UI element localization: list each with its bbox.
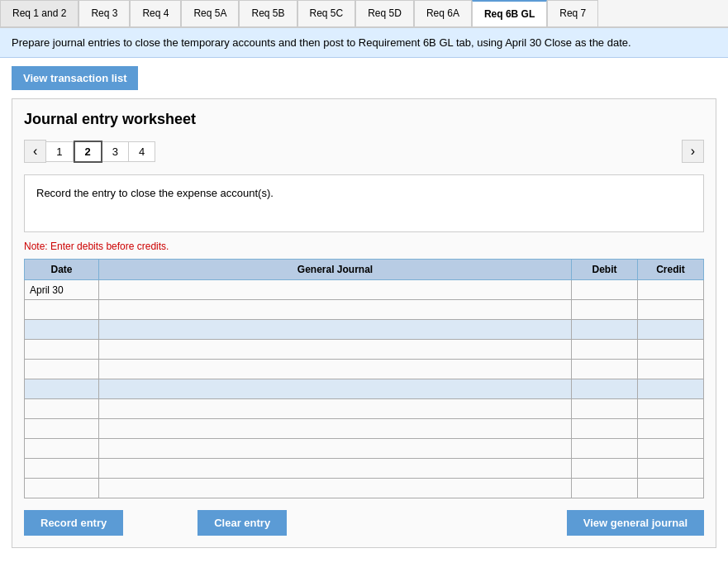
credit-input[interactable] (638, 479, 703, 498)
bottom-buttons: Record entry Clear entry View general jo… (24, 510, 704, 536)
debit-cell[interactable] (572, 300, 638, 320)
debit-cell[interactable] (572, 360, 638, 379)
credit-cell[interactable] (638, 479, 704, 498)
general-journal-input[interactable] (99, 439, 571, 458)
general-journal-input[interactable] (99, 340, 571, 359)
debit-cell[interactable] (572, 320, 638, 340)
general-journal-cell[interactable] (99, 439, 572, 459)
next-page-arrow[interactable]: › (682, 140, 704, 163)
table-row (25, 439, 704, 459)
tab-req1and2[interactable]: Req 1 and 2 (0, 0, 79, 26)
page-4[interactable]: 4 (129, 141, 155, 162)
general-journal-input[interactable] (99, 459, 571, 478)
credit-input[interactable] (638, 459, 703, 478)
debit-cell[interactable] (572, 399, 638, 419)
credit-input[interactable] (638, 379, 703, 398)
table-row: April 30 (25, 280, 704, 300)
tab-req5a[interactable]: Req 5A (181, 0, 239, 26)
date-cell (25, 479, 99, 498)
table-row (25, 419, 704, 439)
debit-input[interactable] (572, 439, 637, 458)
table-row (25, 459, 704, 479)
prev-page-arrow[interactable]: ‹ (24, 140, 46, 163)
credit-cell[interactable] (638, 419, 704, 439)
credit-input[interactable] (638, 280, 703, 299)
credit-cell[interactable] (638, 280, 704, 300)
debit-input[interactable] (572, 360, 637, 379)
table-row (25, 399, 704, 419)
general-journal-input[interactable] (99, 399, 571, 418)
general-journal-cell[interactable] (99, 459, 572, 479)
table-row (25, 479, 704, 498)
credit-cell[interactable] (638, 399, 704, 419)
debit-input[interactable] (572, 479, 637, 498)
tab-req5b[interactable]: Req 5B (239, 0, 297, 26)
general-journal-cell[interactable] (99, 320, 572, 340)
credit-cell[interactable] (638, 320, 704, 340)
view-general-journal-button[interactable]: View general journal (567, 510, 704, 536)
general-journal-input[interactable] (99, 360, 571, 379)
debit-cell[interactable] (572, 479, 638, 498)
credit-input[interactable] (638, 320, 703, 339)
debit-input[interactable] (572, 459, 637, 478)
general-journal-cell[interactable] (99, 300, 572, 320)
general-journal-input[interactable] (99, 300, 571, 319)
page-3[interactable]: 3 (102, 141, 129, 162)
credit-cell[interactable] (638, 300, 704, 320)
credit-input[interactable] (638, 399, 703, 418)
header-date: Date (25, 260, 99, 280)
general-journal-input[interactable] (99, 280, 571, 299)
view-transaction-button[interactable]: View transaction list (12, 66, 138, 90)
tab-req3[interactable]: Req 3 (79, 0, 130, 26)
record-entry-button[interactable]: Record entry (24, 510, 123, 536)
general-journal-cell[interactable] (99, 280, 572, 300)
tab-req6b-gl[interactable]: Req 6B GL (472, 0, 547, 26)
debit-input[interactable] (572, 379, 637, 398)
table-row (25, 360, 704, 379)
tab-req7[interactable]: Req 7 (547, 0, 598, 26)
tab-req4[interactable]: Req 4 (130, 0, 181, 26)
credit-input[interactable] (638, 419, 703, 438)
general-journal-cell[interactable] (99, 419, 572, 439)
credit-cell[interactable] (638, 459, 704, 479)
page-1[interactable]: 1 (46, 141, 73, 162)
debit-input[interactable] (572, 320, 637, 339)
general-journal-cell[interactable] (99, 479, 572, 498)
credit-input[interactable] (638, 439, 703, 458)
page-2[interactable]: 2 (74, 141, 102, 163)
tab-req5c[interactable]: Req 5C (297, 0, 356, 26)
date-cell: April 30 (25, 280, 99, 300)
credit-cell[interactable] (638, 340, 704, 360)
credit-input[interactable] (638, 300, 703, 319)
debit-cell[interactable] (572, 280, 638, 300)
credit-input[interactable] (638, 340, 703, 359)
credit-input[interactable] (638, 360, 703, 379)
credit-cell[interactable] (638, 360, 704, 379)
general-journal-cell[interactable] (99, 399, 572, 419)
debit-cell[interactable] (572, 459, 638, 479)
date-cell (25, 340, 99, 360)
clear-entry-button[interactable]: Clear entry (197, 510, 287, 536)
credit-cell[interactable] (638, 379, 704, 399)
debit-input[interactable] (572, 340, 637, 359)
general-journal-input[interactable] (99, 479, 571, 498)
general-journal-input[interactable] (99, 320, 571, 339)
general-journal-cell[interactable] (99, 360, 572, 379)
date-cell (25, 399, 99, 419)
general-journal-cell[interactable] (99, 340, 572, 360)
debit-cell[interactable] (572, 379, 638, 399)
debit-cell[interactable] (572, 439, 638, 459)
general-journal-cell[interactable] (99, 379, 572, 399)
debit-input[interactable] (572, 280, 637, 299)
tab-req5d[interactable]: Req 5D (355, 0, 414, 26)
debit-input[interactable] (572, 419, 637, 438)
debit-input[interactable] (572, 300, 637, 319)
credit-cell[interactable] (638, 439, 704, 459)
general-journal-input[interactable] (99, 379, 571, 398)
debit-cell[interactable] (572, 340, 638, 360)
date-cell (25, 379, 99, 399)
debit-input[interactable] (572, 399, 637, 418)
tab-req6a[interactable]: Req 6A (414, 0, 472, 26)
general-journal-input[interactable] (99, 419, 571, 438)
debit-cell[interactable] (572, 419, 638, 439)
